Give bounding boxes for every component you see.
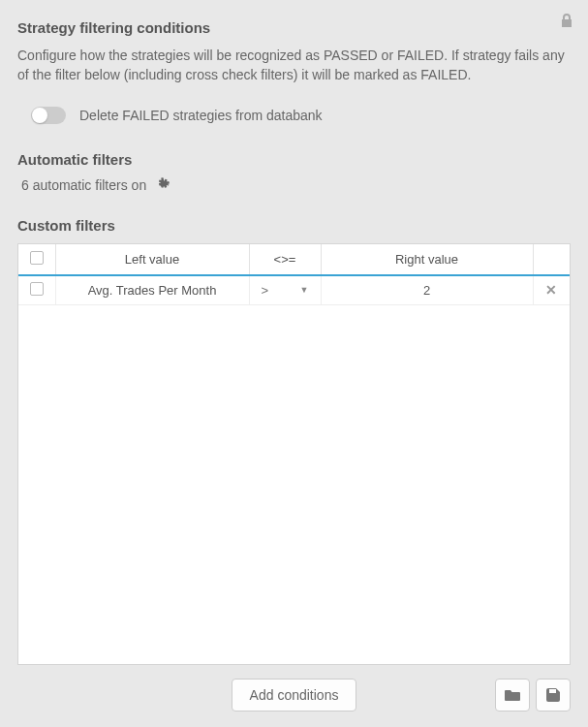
delete-failed-label: Delete FAILED strategies from databank <box>79 108 323 123</box>
panel-description: Configure how the strategies will be rec… <box>17 46 571 85</box>
column-header-left: Left value <box>55 244 249 275</box>
custom-filters-title: Custom filters <box>17 217 571 234</box>
column-header-operator: <>= <box>249 244 321 275</box>
automatic-filters-title: Automatic filters <box>17 151 571 168</box>
row-left-value[interactable]: Avg. Trades Per Month <box>55 275 249 305</box>
column-header-checkbox <box>18 244 55 275</box>
automatic-filters-status: 6 automatic filters on <box>21 177 146 193</box>
select-all-checkbox[interactable] <box>30 251 44 265</box>
gear-icon[interactable] <box>156 177 170 194</box>
row-operator-cell[interactable]: > ▼ <box>249 275 321 305</box>
footer-bar: Add conditions <box>17 665 571 711</box>
row-checkbox-cell <box>18 275 55 305</box>
save-button[interactable] <box>536 679 571 711</box>
strategy-filtering-panel: Strategy filtering conditions Configure … <box>0 0 588 727</box>
custom-filters-table-wrap: Left value <>= Right value Avg. Trades P… <box>17 243 571 711</box>
open-folder-button[interactable] <box>495 679 530 711</box>
panel-title: Strategy filtering conditions <box>17 19 571 36</box>
chevron-down-icon: ▼ <box>300 285 309 295</box>
folder-icon <box>505 688 520 702</box>
lock-icon <box>561 14 573 31</box>
table-empty-area <box>18 305 570 664</box>
save-icon <box>546 688 560 702</box>
column-header-delete <box>533 244 570 275</box>
row-checkbox[interactable] <box>30 282 44 296</box>
footer-right-group <box>495 679 571 711</box>
automatic-filters-row: 6 automatic filters on <box>17 177 571 194</box>
table-header-row: Left value <>= Right value <box>18 244 570 275</box>
delete-failed-toggle-row: Delete FAILED strategies from databank <box>17 107 571 124</box>
table-row: Avg. Trades Per Month > ▼ 2 ✕ <box>18 275 570 305</box>
custom-filters-table: Left value <>= Right value Avg. Trades P… <box>18 244 570 305</box>
add-conditions-button[interactable]: Add conditions <box>232 679 357 711</box>
delete-failed-toggle[interactable] <box>31 107 66 124</box>
row-delete-cell: ✕ <box>533 275 570 305</box>
custom-filters-table-container: Left value <>= Right value Avg. Trades P… <box>17 243 571 665</box>
row-operator: > <box>262 283 269 298</box>
row-right-value[interactable]: 2 <box>321 275 533 305</box>
close-icon[interactable]: ✕ <box>545 282 557 298</box>
column-header-right: Right value <box>321 244 533 275</box>
toggle-knob <box>32 108 47 123</box>
